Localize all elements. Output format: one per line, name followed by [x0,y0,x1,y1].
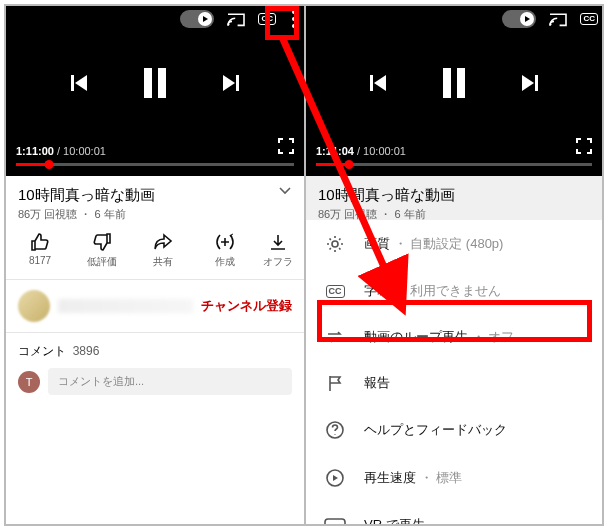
duration: 10:00:01 [363,145,406,157]
cast-icon[interactable] [548,11,568,27]
svg-point-2 [292,17,296,21]
svg-rect-6 [158,68,166,98]
svg-rect-4 [71,75,74,91]
previous-icon[interactable] [68,72,90,94]
svg-rect-9 [370,75,373,91]
share-button[interactable]: 共有 [135,232,191,269]
time-display: 1:11:04 / 10:00:01 [306,139,602,176]
video-meta[interactable]: 10時間真っ暗な動画 86万 回視聴 ・ 6 年前 [6,176,304,226]
loop-icon [324,329,346,345]
user-avatar: T [18,371,40,393]
svg-point-0 [228,24,230,26]
svg-rect-17 [325,519,345,524]
elapsed-time: 1:11:00 [16,145,54,157]
like-button[interactable]: 8177 [12,232,68,269]
vr-icon [324,518,346,524]
subscribe-button[interactable]: チャンネル登録 [201,297,292,315]
comments-label: コメント [18,344,66,358]
menu-loop[interactable]: 動画のループ再生 ・ オフ [306,314,602,360]
svg-point-1 [292,10,296,14]
svg-point-3 [292,24,296,28]
elapsed-time: 1:11:04 [316,145,354,157]
menu-report[interactable]: 報告 [306,360,602,406]
channel-avatar [18,290,50,322]
autoplay-toggle[interactable] [502,10,536,28]
autoplay-toggle[interactable] [180,10,214,28]
svg-rect-11 [457,68,465,98]
svg-point-15 [334,434,335,435]
previous-icon[interactable] [367,72,389,94]
add-comment-input[interactable]: コメントを追加... [48,368,292,395]
svg-point-13 [332,241,338,247]
offline-button[interactable]: オフラ [258,232,298,269]
cast-icon[interactable] [226,11,246,27]
progress-bar[interactable] [16,163,294,166]
svg-rect-12 [535,75,538,91]
time-display: 1:11:00 / 10:00:01 [6,139,304,176]
next-icon[interactable] [519,72,541,94]
speed-icon [324,468,346,488]
svg-rect-10 [443,68,451,98]
next-icon[interactable] [220,72,242,94]
menu-speed[interactable]: 再生速度 ・ 標準 [306,454,602,502]
flag-icon [324,374,346,392]
chevron-down-icon[interactable] [278,186,292,196]
duration: 10:00:01 [63,145,106,157]
pause-icon[interactable] [439,66,469,100]
gear-icon [324,234,346,254]
progress-bar[interactable] [316,163,592,166]
svg-rect-7 [236,75,239,91]
screenshot-right: CC 1:11:04 / 10:00:01 10時間真っ暗な動画 86万 回視聴… [304,6,602,524]
comments-section[interactable]: コメント 3896 T コメントを追加... [6,333,304,405]
captions-icon[interactable]: CC [258,13,276,25]
svg-rect-5 [144,68,152,98]
channel-row[interactable]: チャンネル登録 [6,280,304,333]
menu-quality[interactable]: 画質 ・ 自動設定 (480p) [306,220,602,268]
video-title: 10時間真っ暗な動画 [318,186,590,205]
dislike-button[interactable]: 低評価 [74,232,130,269]
video-meta: 10時間真っ暗な動画 86万 回視聴 ・ 6 年前 [306,176,602,226]
captions-icon[interactable]: CC [580,13,598,25]
pause-icon[interactable] [140,66,170,100]
video-player[interactable]: CC 1:11:04 / 10:00:01 [306,6,602,176]
create-button[interactable]: 作成 [197,232,253,269]
player-options-menu: 画質 ・ 自動設定 (480p) CC 字幕 ・ 利用できません 動画のループ再… [306,220,602,524]
comments-count: 3896 [73,344,100,358]
menu-vr[interactable]: VR で再生 [306,502,602,524]
menu-captions[interactable]: CC 字幕 ・ 利用できません [306,268,602,314]
video-player[interactable]: CC 1:11:00 / 10:00:01 [6,6,304,176]
action-bar: 8177 低評価 共有 作成 オフラ [6,226,304,280]
more-icon[interactable] [288,10,300,28]
screenshot-left: CC 1:11:00 / 10:00:01 10時間真っ暗な動画 86万 回視聴… [6,6,304,524]
svg-point-8 [550,24,552,26]
help-icon [324,420,346,440]
captions-icon: CC [324,285,346,298]
menu-help[interactable]: ヘルプとフィードバック [306,406,602,454]
channel-name [58,299,193,313]
video-title: 10時間真っ暗な動画 [18,186,292,205]
